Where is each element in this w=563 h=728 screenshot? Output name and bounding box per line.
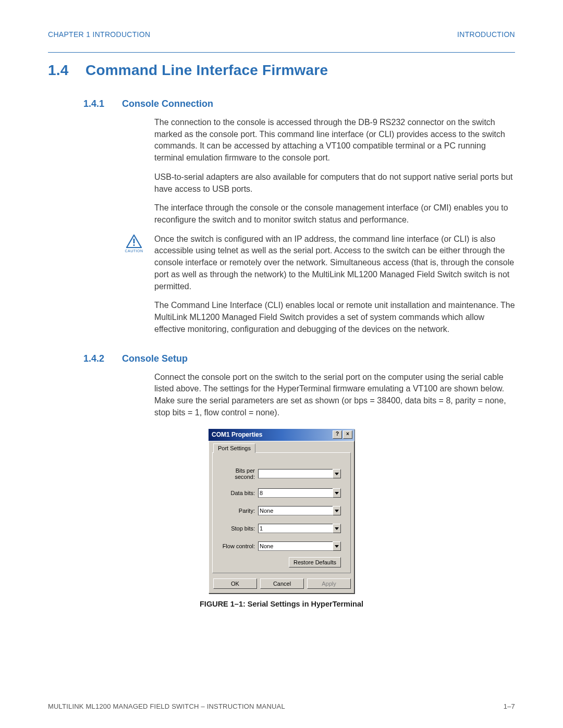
- section-number: 1.4: [48, 62, 72, 79]
- field-label: Bits per second:: [222, 467, 258, 480]
- field-label: Data bits:: [222, 490, 258, 496]
- dropdown-icon[interactable]: [333, 506, 341, 515]
- runhead-right: INTRODUCTION: [457, 30, 515, 39]
- subsection-1-body: The connection to the console is accesse…: [154, 117, 515, 336]
- subsection-title: Console Connection: [122, 98, 213, 109]
- field-bits-per-second: Bits per second:: [222, 467, 341, 480]
- field-label: Parity:: [222, 508, 258, 514]
- dialog-title-text: COM1 Properties: [212, 431, 262, 438]
- field-data-bits: Data bits:: [222, 488, 341, 498]
- dropdown-icon[interactable]: [333, 469, 341, 478]
- paragraph: The Command Line Interface (CLI) enables…: [154, 300, 515, 335]
- field-label: Stop bits:: [222, 525, 258, 532]
- help-icon[interactable]: ?: [333, 430, 342, 439]
- subsection-2-body: Connect the console port on the switch t…: [154, 372, 515, 419]
- parity-input[interactable]: [258, 506, 333, 515]
- field-label: Flow control:: [222, 543, 258, 549]
- paragraph: USB-to-serial adapters are also availabl…: [154, 171, 515, 195]
- page-footer: MULTILINK ML1200 MANAGED FIELD SWITCH – …: [48, 702, 515, 710]
- data-bits-input[interactable]: [258, 488, 333, 498]
- subsection-heading-2: 1.4.2 Console Setup: [48, 353, 515, 364]
- tab-panel: Bits per second: Data bits:: [212, 452, 351, 573]
- paragraph: Connect the console port on the switch t…: [154, 372, 515, 419]
- tab-port-settings[interactable]: Port Settings: [213, 443, 255, 453]
- flow-control-input[interactable]: [258, 541, 333, 551]
- footer-left: MULTILINK ML1200 MANAGED FIELD SWITCH – …: [48, 702, 285, 710]
- dropdown-icon[interactable]: [333, 541, 341, 551]
- subsection-number: 1.4.1: [83, 98, 111, 109]
- caution-label: CAUTION: [125, 249, 143, 253]
- paragraph: The connection to the console is accesse…: [154, 117, 515, 164]
- paragraph: Once the switch is configured with an IP…: [154, 233, 515, 293]
- cancel-button[interactable]: Cancel: [260, 578, 304, 589]
- restore-defaults-button[interactable]: Restore Defaults: [289, 557, 341, 567]
- svg-rect-1: [133, 244, 135, 246]
- field-flow-control: Flow control:: [222, 541, 341, 551]
- footer-right: 1–7: [504, 702, 515, 710]
- bits-per-second-input[interactable]: [258, 469, 333, 478]
- header-rule: [48, 52, 515, 53]
- com1-properties-dialog: COM1 Properties ? × Port Settings Bits p…: [209, 429, 354, 594]
- figure-caption: FIGURE 1–1: Serial Settings in HyperTerm…: [48, 600, 515, 608]
- stop-bits-input[interactable]: [258, 524, 333, 533]
- field-parity: Parity:: [222, 506, 341, 515]
- close-icon[interactable]: ×: [343, 430, 352, 439]
- dialog-titlebar: COM1 Properties ? ×: [209, 429, 354, 441]
- subsection-number: 1.4.2: [83, 353, 111, 364]
- apply-button[interactable]: Apply: [307, 578, 351, 589]
- section-heading: 1.4 Command Line Interface Firmware: [48, 62, 515, 79]
- subsection-title: Console Setup: [122, 353, 188, 364]
- svg-rect-0: [133, 239, 135, 243]
- running-header: CHAPTER 1 INTRODUCTION INTRODUCTION: [48, 30, 515, 39]
- paragraph: The interface through the console or the…: [154, 202, 515, 226]
- runhead-left: CHAPTER 1 INTRODUCTION: [48, 30, 150, 39]
- dropdown-icon[interactable]: [333, 488, 341, 498]
- dropdown-icon[interactable]: [333, 524, 341, 533]
- field-stop-bits: Stop bits:: [222, 524, 341, 533]
- subsection-heading-1: 1.4.1 Console Connection: [48, 98, 515, 109]
- ok-button[interactable]: OK: [213, 578, 257, 589]
- section-title: Command Line Interface Firmware: [85, 62, 328, 79]
- caution-icon: CAUTION: [123, 235, 145, 254]
